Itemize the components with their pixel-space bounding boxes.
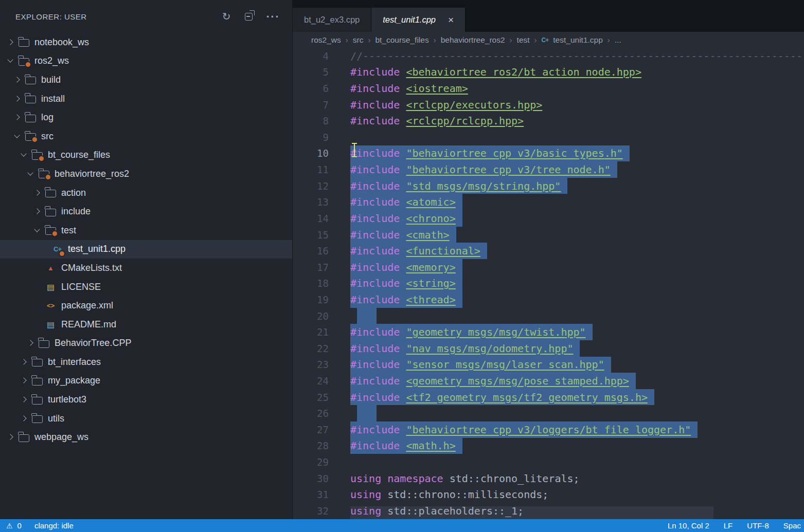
- token-plain: std::chrono_literals;: [443, 472, 580, 485]
- code-line-7[interactable]: 7#include <rclcpp/executors.hpp>: [293, 97, 804, 113]
- tree-item-label: src: [41, 131, 53, 142]
- line-number: 4: [293, 50, 350, 62]
- code-line-26[interactable]: 26: [293, 405, 804, 421]
- chevron-right-icon[interactable]: [20, 376, 28, 385]
- horizontal-scrollbar[interactable]: [350, 506, 713, 519]
- chevron-right-icon[interactable]: [33, 189, 42, 197]
- chevron-right-icon[interactable]: [13, 113, 22, 122]
- status-cursor-position[interactable]: Ln 10, Col 2: [668, 521, 709, 530]
- chevron-down-icon[interactable]: [33, 226, 42, 235]
- code-line-4[interactable]: 4//-------------------------------------…: [293, 48, 804, 64]
- tree-item-utils[interactable]: utils: [0, 409, 292, 428]
- breadcrumb-item-behaviortree-ros2[interactable]: behaviortree_ros2: [441, 35, 505, 45]
- tree-item-src[interactable]: src: [0, 127, 292, 146]
- code-line-22[interactable]: 22#include "nav_msgs/msg/odometry.hpp": [293, 340, 804, 357]
- code-line-20[interactable]: 20: [293, 308, 804, 324]
- code-line-29[interactable]: 29: [293, 454, 804, 470]
- tab-test-unit1-cpp[interactable]: test_unit1.cpp×: [371, 8, 466, 32]
- tree-item-log[interactable]: log: [0, 108, 292, 127]
- code-line-19[interactable]: 19#include <thread>: [293, 291, 804, 308]
- code-line-28[interactable]: 28#include <math.h>: [293, 438, 804, 454]
- tree-item-bt-course-files[interactable]: bt_course_files: [0, 146, 292, 165]
- tree-item-build[interactable]: build: [0, 70, 292, 89]
- tree-item-my-package[interactable]: my_package: [0, 372, 292, 391]
- token-plain: [400, 229, 406, 241]
- language-server-status[interactable]: clangd: idle: [34, 521, 74, 530]
- tree-item-label: include: [61, 206, 91, 217]
- tree-item-cmakelists-txt[interactable]: ▲CMakeLists.txt: [0, 259, 292, 278]
- code-line-27[interactable]: 27#include "behaviortree_cpp_v3/loggers/…: [293, 421, 804, 438]
- code-line-16[interactable]: 16#include <functional>: [293, 243, 804, 259]
- breadcrumb-item-test-unit1-cpp[interactable]: test_unit1.cpp: [553, 35, 603, 45]
- tree-item-include[interactable]: include: [0, 202, 292, 221]
- code-line-12[interactable]: 12#include "std_msgs/msg/string.hpp": [293, 178, 804, 194]
- breadcrumb-more[interactable]: ...: [615, 35, 621, 45]
- status-encoding[interactable]: UTF-8: [747, 521, 769, 530]
- refresh-icon[interactable]: ↻: [222, 11, 231, 22]
- close-tab-icon[interactable]: ×: [448, 14, 454, 26]
- chevron-right-icon[interactable]: [20, 414, 28, 423]
- code-line-5[interactable]: 5#include <behaviortree_ros2/bt_action_n…: [293, 64, 804, 81]
- line-content: #include <rclcpp/rclcpp.hpp>: [350, 113, 524, 129]
- tree-item-test-unit1-cpp[interactable]: C+test_unit1.cpp: [0, 240, 292, 259]
- code-line-15[interactable]: 15#include <cmath>: [293, 227, 804, 243]
- breadcrumb-item-src[interactable]: src: [353, 35, 364, 45]
- chevron-right-icon[interactable]: [13, 95, 22, 103]
- status-indentation[interactable]: Spac: [783, 521, 801, 530]
- tree-item-label: bt_interfaces: [48, 357, 101, 368]
- code-line-21[interactable]: 21#include "geometry_msgs/msg/twist.hpp": [293, 324, 804, 340]
- chevron-down-icon[interactable]: [6, 57, 15, 65]
- code-line-31[interactable]: 31using std::chrono::milliseconds;: [293, 486, 804, 503]
- code-line-25[interactable]: 25#include <tf2_geometry_msgs/tf2_geomet…: [293, 389, 804, 406]
- code-line-8[interactable]: 8#include <rclcpp/rclcpp.hpp>: [293, 113, 804, 129]
- collapse-folders-icon[interactable]: [245, 13, 253, 21]
- chevron-down-icon[interactable]: [20, 151, 28, 159]
- code-line-11[interactable]: 11#include "behaviortree_cpp_v3/tree_nod…: [293, 161, 804, 178]
- tree-item-install[interactable]: install: [0, 89, 292, 108]
- code-line-30[interactable]: 30using namespace std::chrono_literals;: [293, 470, 804, 487]
- chevron-right-icon[interactable]: [20, 395, 28, 404]
- code-line-14[interactable]: 14#include <chrono>: [293, 210, 804, 227]
- line-number: 6: [293, 83, 350, 94]
- chevron-right-icon[interactable]: [20, 358, 28, 366]
- tree-item-package-xml[interactable]: <>package.xml: [0, 296, 292, 315]
- chevron-right-icon[interactable]: [33, 207, 42, 216]
- breadcrumb-item-test[interactable]: test: [517, 35, 530, 45]
- tree-item-readme-md[interactable]: ▤README.md: [0, 315, 292, 334]
- breadcrumb-item-bt-course-files[interactable]: bt_course_files: [375, 35, 428, 45]
- tree-item-notebook-ws[interactable]: notebook_ws: [0, 33, 292, 52]
- code-line-6[interactable]: 6#include <iostream>: [293, 80, 804, 97]
- code-line-13[interactable]: 13#include <atomic>: [293, 194, 804, 210]
- chevron-right-icon[interactable]: [6, 38, 15, 47]
- chevron-right-icon[interactable]: [26, 339, 35, 347]
- chevron-right-icon[interactable]: [6, 433, 15, 442]
- chevron-right-icon[interactable]: [13, 76, 22, 84]
- chevron-down-icon[interactable]: [26, 170, 35, 178]
- tree-item-behaviortree-cpp[interactable]: BehaviorTree.CPP: [0, 334, 292, 353]
- selection-highlight: [357, 405, 377, 421]
- status-problems[interactable]: ⚠ 0 clangd: idle: [6, 521, 74, 530]
- tree-item-behaviortree-ros2[interactable]: behaviortree_ros2: [0, 164, 292, 184]
- chevron-down-icon[interactable]: [13, 132, 22, 141]
- code-line-18[interactable]: 18#include <string>: [293, 276, 804, 292]
- tree-item-webpage-ws[interactable]: webpage_ws: [0, 428, 292, 447]
- more-actions-icon[interactable]: ···: [266, 14, 280, 20]
- tree-item-license[interactable]: ▤LICENSE: [0, 278, 292, 297]
- tree-item-test[interactable]: test: [0, 221, 292, 240]
- breadcrumb-separator: ›: [608, 35, 610, 44]
- breadcrumb-item-ros2-ws[interactable]: ros2_ws: [311, 35, 341, 45]
- tab-bt-u2-ex3-cpp[interactable]: bt_u2_ex3.cpp: [293, 8, 371, 32]
- code-line-9[interactable]: 9: [293, 129, 804, 145]
- tree-item-ros2-ws[interactable]: ros2_ws: [0, 52, 292, 71]
- folder-icon: [25, 133, 36, 141]
- code-line-24[interactable]: 24#include <geometry_msgs/msg/pose_stamp…: [293, 373, 804, 389]
- tree-item-bt-interfaces[interactable]: bt_interfaces: [0, 353, 292, 372]
- tree-item-action[interactable]: action: [0, 184, 292, 203]
- code-editor[interactable]: 4//-------------------------------------…: [293, 48, 804, 519]
- code-line-10[interactable]: 10#include "behaviortree_cpp_v3/basic_ty…: [293, 145, 804, 162]
- token-path: <chrono>: [406, 212, 455, 225]
- code-line-23[interactable]: 23#include "sensor_msgs/msg/laser_scan.h…: [293, 357, 804, 373]
- code-line-17[interactable]: 17#include <memory>: [293, 259, 804, 276]
- tree-item-turtlebot3[interactable]: turtlebot3: [0, 390, 292, 409]
- status-eol-sequence[interactable]: LF: [724, 521, 733, 530]
